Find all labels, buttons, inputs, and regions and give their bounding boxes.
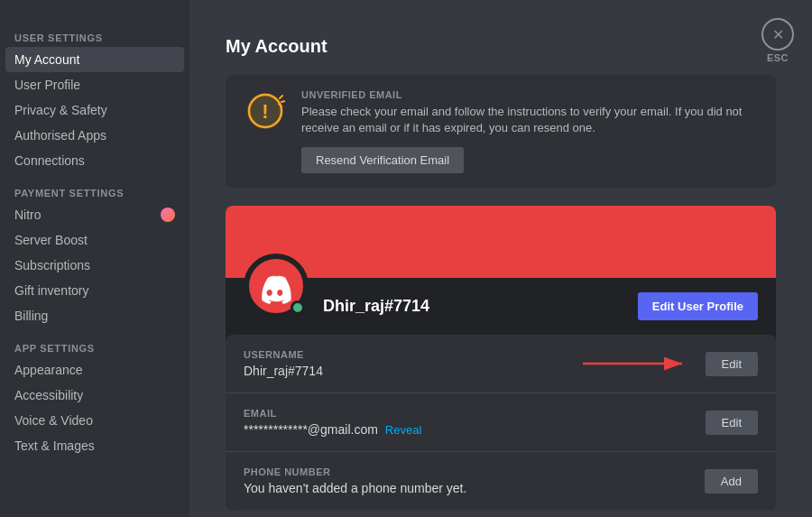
svg-text:!: ! — [262, 100, 268, 123]
sidebar-item-label: Accessibility — [14, 388, 83, 402]
field-value-email: *************@gmail.comReveal — [244, 422, 706, 437]
field-row-username: USERNAMEDhir_raj#7714 Edit — [226, 335, 776, 393]
edit-user-profile-button[interactable]: Edit User Profile — [638, 292, 758, 320]
sidebar: User SettingsMy AccountUser ProfilePriva… — [0, 0, 189, 517]
sidebar-item-label: Voice & Video — [14, 413, 93, 428]
sidebar-item-text-images[interactable]: Text & Images — [5, 433, 184, 458]
sidebar-item-label: Billing — [14, 309, 48, 323]
sidebar-item-label: Server Boost — [14, 233, 88, 247]
online-status-indicator — [291, 300, 305, 315]
svg-line-3 — [280, 96, 282, 98]
sidebar-item-label: Subscriptions — [14, 258, 90, 272]
discord-logo-icon — [256, 266, 296, 306]
profile-info-row: Dhir_raj#7714 Edit User Profile — [226, 278, 776, 335]
field-label-email: EMAIL — [244, 408, 706, 419]
sidebar-item-connections[interactable]: Connections — [5, 148, 184, 173]
sidebar-section-app-settings: App SettingsAppearanceAccessibilityVoice… — [5, 328, 184, 458]
svg-line-4 — [281, 101, 285, 102]
esc-label: ESC — [767, 52, 789, 63]
sidebar-item-label: Authorised Apps — [14, 128, 106, 143]
sidebar-item-user-profile[interactable]: User Profile — [5, 72, 184, 97]
nitro-icon — [161, 208, 175, 222]
red-arrow-icon — [583, 355, 691, 373]
field-content-phone: PHONE NUMBERYou haven't added a phone nu… — [244, 466, 705, 495]
sidebar-item-my-account[interactable]: My Account — [5, 47, 184, 72]
field-add-button-phone[interactable]: Add — [705, 469, 758, 494]
sidebar-item-server-boost[interactable]: Server Boost — [5, 227, 184, 253]
sidebar-item-label: Appearance — [14, 363, 83, 377]
sidebar-item-label: My Account — [14, 52, 79, 67]
main-content: My Account ! UNVERIFIED EMAIL Please che… — [189, 0, 812, 517]
sidebar-item-appearance[interactable]: Appearance — [5, 357, 184, 383]
sidebar-section-label: Payment Settings — [5, 173, 184, 202]
fields-section: USERNAMEDhir_raj#7714 EditEMAIL*********… — [226, 335, 776, 510]
field-label-username: USERNAME — [244, 349, 583, 360]
reveal-link-email[interactable]: Reveal — [385, 423, 421, 437]
sidebar-item-label: Connections — [14, 153, 85, 168]
sidebar-item-label: Nitro — [14, 208, 42, 222]
warning-icon: ! — [245, 91, 285, 131]
avatar-wrapper — [244, 254, 309, 319]
profile-card: Dhir_raj#7714 Edit User Profile USERNAME… — [226, 206, 776, 510]
sidebar-item-label: Privacy & Safety — [14, 103, 107, 117]
esc-button[interactable]: ✕ ESC — [761, 18, 794, 63]
warning-icon-container: ! — [244, 89, 287, 133]
sidebar-section-payment-settings: Payment SettingsNitroServer BoostSubscri… — [5, 173, 184, 328]
sidebar-item-privacy-safety[interactable]: Privacy & Safety — [5, 97, 184, 123]
unverified-text-area: UNVERIFIED EMAIL Please check your email… — [301, 89, 758, 173]
field-value-text-phone: You haven't added a phone number yet. — [244, 481, 466, 495]
sidebar-item-gift-inventory[interactable]: Gift inventory — [5, 278, 184, 303]
unverified-label: UNVERIFIED EMAIL — [301, 89, 758, 100]
unverified-description: Please check your email and follow the i… — [301, 104, 758, 136]
field-content-username: USERNAMEDhir_raj#7714 — [244, 349, 583, 378]
sidebar-item-voice-video[interactable]: Voice & Video — [5, 408, 184, 433]
field-value-phone: You haven't added a phone number yet. — [244, 481, 705, 495]
esc-x-icon: ✕ — [772, 26, 784, 43]
field-actions-email: Edit — [706, 411, 758, 435]
resend-verification-button[interactable]: Resend Verification Email — [301, 147, 464, 173]
sidebar-section-label: App Settings — [5, 328, 184, 357]
page-title: My Account — [226, 36, 776, 57]
field-row-phone: PHONE NUMBERYou haven't added a phone nu… — [226, 452, 776, 510]
profile-username: Dhir_raj#7714 — [323, 297, 638, 316]
sidebar-item-accessibility[interactable]: Accessibility — [5, 383, 184, 408]
field-edit-button-email[interactable]: Edit — [706, 411, 758, 435]
sidebar-item-nitro[interactable]: Nitro — [5, 202, 184, 227]
esc-circle-icon: ✕ — [761, 18, 794, 51]
sidebar-item-authorised-apps[interactable]: Authorised Apps — [5, 123, 184, 148]
sidebar-item-subscriptions[interactable]: Subscriptions — [5, 253, 184, 278]
unverified-email-banner: ! UNVERIFIED EMAIL Please check your ema… — [226, 75, 776, 188]
field-value-text-username: Dhir_raj#7714 — [244, 364, 323, 378]
sidebar-item-label: Gift inventory — [14, 283, 88, 298]
field-actions-phone: Add — [705, 469, 758, 494]
field-label-phone: PHONE NUMBER — [244, 466, 705, 477]
field-actions-username: Edit — [583, 352, 758, 376]
sidebar-section-user-settings: User SettingsMy AccountUser ProfilePriva… — [5, 18, 184, 173]
field-edit-button-username[interactable]: Edit — [706, 352, 758, 376]
sidebar-item-label: Text & Images — [14, 439, 95, 453]
sidebar-section-label: User Settings — [5, 18, 184, 47]
field-value-username: Dhir_raj#7714 — [244, 364, 583, 378]
sidebar-item-billing[interactable]: Billing — [5, 303, 184, 328]
sidebar-item-label: User Profile — [14, 78, 80, 92]
field-row-email: EMAIL*************@gmail.comRevealEdit — [226, 393, 776, 452]
field-content-email: EMAIL*************@gmail.comReveal — [244, 408, 706, 437]
field-value-text-email: *************@gmail.com — [244, 422, 378, 437]
